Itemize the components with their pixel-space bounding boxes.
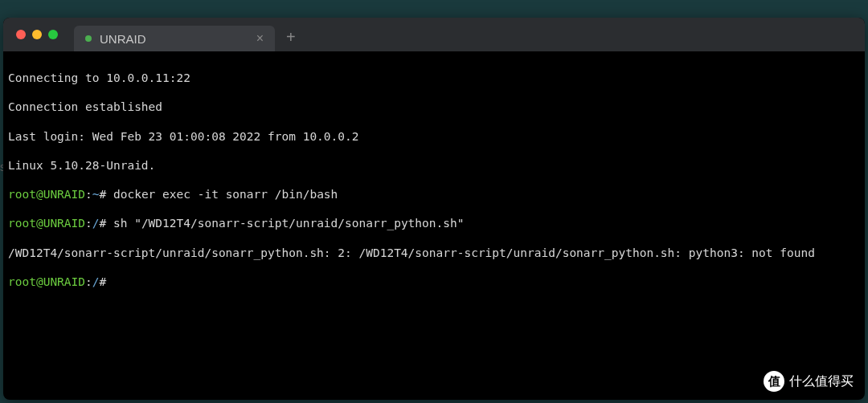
terminal-line: Linux 5.10.28-Unraid.: [8, 158, 860, 173]
minimize-window-button[interactable]: [32, 30, 42, 39]
close-tab-icon[interactable]: ×: [256, 32, 264, 45]
prompt-separator: :: [85, 188, 92, 201]
watermark: 值 什么值得买: [764, 371, 854, 392]
command-text: sh "/WD12T4/sonarr-script/unraid/sonarr_…: [106, 217, 464, 230]
titlebar: UNRAID × +: [3, 18, 865, 51]
terminal-line: Connection established: [8, 100, 860, 114]
close-window-button[interactable]: [16, 30, 26, 39]
prompt-hash: #: [100, 275, 107, 288]
terminal-prompt-line: root@UNRAID:/#: [8, 275, 860, 289]
connection-status-dot: [85, 35, 92, 42]
watermark-badge-icon: 值: [764, 371, 784, 392]
terminal-line: Connecting to 10.0.0.11:22: [8, 71, 860, 85]
terminal-prompt-line: root@UNRAID:~# docker exec -it sonarr /b…: [8, 187, 860, 202]
command-text: docker exec -it sonarr /bin/bash: [106, 188, 338, 201]
tab-unraid[interactable]: UNRAID ×: [74, 26, 275, 51]
tab-bar: UNRAID × +: [74, 18, 296, 51]
prompt-hash: #: [100, 188, 107, 201]
terminal-body[interactable]: Connecting to 10.0.0.11:22 Connection es…: [3, 51, 865, 323]
prompt-user: root@UNRAID: [8, 217, 85, 230]
new-tab-button[interactable]: +: [286, 29, 296, 45]
watermark-text: 什么值得买: [789, 373, 854, 390]
prompt-path: ~: [92, 188, 100, 201]
tab-title: UNRAID: [100, 32, 248, 46]
terminal-window: UNRAID × + Connecting to 10.0.0.11:22 Co…: [3, 18, 865, 400]
prompt-separator: :: [85, 275, 92, 288]
terminal-line: Last login: Wed Feb 23 01:00:08 2022 fro…: [8, 129, 860, 144]
prompt-user: root@UNRAID: [8, 275, 85, 288]
prompt-separator: :: [85, 217, 92, 230]
window-controls: [16, 30, 58, 39]
terminal-output-line: /WD12T4/sonarr-script/unraid/sonarr_pyth…: [8, 246, 860, 260]
prompt-path: /: [92, 275, 100, 288]
maximize-window-button[interactable]: [48, 30, 58, 39]
prompt-user: root@UNRAID: [8, 188, 85, 201]
prompt-path: /: [92, 217, 100, 230]
prompt-hash: #: [100, 217, 107, 230]
terminal-prompt-line: root@UNRAID:/# sh "/WD12T4/sonarr-script…: [8, 216, 860, 230]
